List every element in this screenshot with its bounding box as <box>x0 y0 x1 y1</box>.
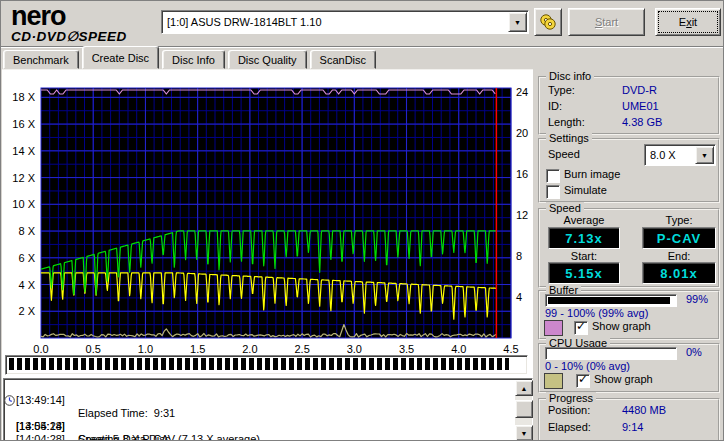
speed-start-label: Start: <box>550 250 618 262</box>
svg-text:0.5: 0.5 <box>86 343 101 355</box>
svg-text:16: 16 <box>516 168 528 180</box>
speed-select-value: 8.0 X <box>645 149 694 161</box>
speed-chart: 18 X16 X14 X12 X10 X8 X6 X4 X2 X24201612… <box>2 72 533 364</box>
svg-text:2 X: 2 X <box>18 305 35 317</box>
buffer-bar-fill <box>548 297 670 304</box>
speed-select[interactable]: 8.0 X ▼ <box>644 144 716 166</box>
svg-text:4: 4 <box>516 291 522 303</box>
buffer-bar <box>545 294 677 307</box>
svg-text:1.5: 1.5 <box>190 343 205 355</box>
svg-text:4.0: 4.0 <box>451 343 466 355</box>
tab-benchmark[interactable]: Benchmark <box>3 50 79 69</box>
cpu-bar <box>545 347 677 360</box>
exit-button-label: Exit <box>679 16 697 28</box>
svg-text:16 X: 16 X <box>12 118 35 130</box>
log-scrollbar[interactable]: ▲ ▼ <box>515 380 531 441</box>
disc-length-value: 4.38 GB <box>622 116 662 128</box>
cpu-range-text: 0 - 10% (0% avg) <box>545 360 630 372</box>
speed-end-value: 8.01x <box>642 262 716 284</box>
svg-text:8: 8 <box>516 250 522 262</box>
tab-disc-quality[interactable]: Disc Quality <box>228 50 307 69</box>
buffer-color-swatch <box>544 320 563 336</box>
log-listbox[interactable]: [13:49:14] Elapsed Time: 9:31 [13:55:14]… <box>3 378 533 441</box>
settings-title: Settings <box>546 132 592 144</box>
eject-disc-button[interactable] <box>534 8 562 36</box>
log-row: [13:55:14] Creating Data Disc <box>4 394 514 407</box>
settings-group: Settings Speed 8.0 X ▼ ✓ Burn image ✓ Si… <box>538 138 720 203</box>
svg-text:2.5: 2.5 <box>294 343 309 355</box>
speed-select-label: Speed <box>548 148 580 160</box>
write-progress-bar <box>5 355 528 375</box>
speed-type-value: P-CAV <box>642 227 716 249</box>
buffer-group: Buffer 99% 99 - 100% (99% avg) ✓ Show gr… <box>538 290 720 340</box>
arrow-down-icon: ▼ <box>521 430 528 437</box>
disc-length-label: Length: <box>548 116 585 128</box>
drive-select-value: [1:0] ASUS DRW-1814BLT 1.10 <box>162 16 507 28</box>
toolbar: nero CD·DVD∅SPEED [1:0] ASUS DRW-1814BLT… <box>1 1 724 47</box>
cpu-percent: 0% <box>686 346 702 358</box>
svg-text:12 X: 12 X <box>12 172 35 184</box>
svg-text:0.0: 0.0 <box>33 343 48 355</box>
tab-strip: Benchmark Create Disc Disc Info Disc Qua… <box>3 47 723 69</box>
simulate-label: Simulate <box>564 184 607 197</box>
speed-average-value: 7.13x <box>548 227 620 249</box>
svg-text:4 X: 4 X <box>18 279 35 291</box>
scroll-down-button[interactable]: ▼ <box>515 425 533 441</box>
progress-title: Progress <box>546 392 596 404</box>
tab-create-disc[interactable]: Create Disc <box>82 46 159 69</box>
position-label: Position: <box>548 404 590 416</box>
disc-id-label: ID: <box>548 100 562 112</box>
svg-text:1.0: 1.0 <box>138 343 153 355</box>
cd-dvd-speed-logo-text: CD·DVD∅SPEED <box>11 28 127 44</box>
progress-group: Progress Position: 4480 MB Elapsed: 9:14 <box>538 398 720 441</box>
exit-button[interactable]: Exit <box>655 8 721 36</box>
drive-select[interactable]: [1:0] ASUS DRW-1814BLT 1.10 ▼ <box>161 10 529 34</box>
tab-disc-info[interactable]: Disc Info <box>162 50 225 69</box>
buffer-show-graph-checkbox[interactable]: ✓ <box>574 321 588 335</box>
burn-image-label: Burn image <box>564 168 620 181</box>
speed-start-value: 5.15x <box>548 262 620 284</box>
svg-text:8 X: 8 X <box>18 225 35 237</box>
svg-text:3.5: 3.5 <box>399 343 414 355</box>
scrollbar-thumb[interactable] <box>515 400 533 418</box>
elapsed-label: Elapsed: <box>548 421 591 433</box>
disc-info-group: Disc info Type: DVD-R ID: UME01 Length: … <box>538 76 720 135</box>
nero-cd-dvd-speed-window: nero CD·DVD∅SPEED [1:0] ASUS DRW-1814BLT… <box>0 0 724 441</box>
write-progress-fill <box>9 358 509 370</box>
svg-text:14 X: 14 X <box>12 145 35 157</box>
speed-group: Speed Average Type: 7.13x P-CAV Start: E… <box>538 208 720 288</box>
cpu-color-swatch <box>544 373 563 389</box>
chevron-down-icon[interactable]: ▼ <box>508 12 527 32</box>
buffer-show-graph-label: Show graph <box>592 320 651 333</box>
start-button-label: Start <box>595 16 618 28</box>
discs-icon <box>539 13 557 31</box>
create-disc-panel: 18 X16 X14 X12 X10 X8 X6 X4 X2 X24201612… <box>2 69 533 441</box>
svg-text:20: 20 <box>516 127 528 139</box>
burn-image-checkbox[interactable]: ✓ <box>546 169 560 183</box>
buffer-percent: 99% <box>686 293 708 305</box>
scroll-up-button[interactable]: ▲ <box>515 380 533 396</box>
arrow-up-icon: ▲ <box>521 385 528 392</box>
tab-scandisc[interactable]: ScanDisc <box>310 50 376 69</box>
speed-end-label: End: <box>642 250 716 262</box>
svg-text:12: 12 <box>516 209 528 221</box>
simulate-checkbox[interactable]: ✓ <box>546 185 560 199</box>
disc-type-value: DVD-R <box>622 84 657 96</box>
cpu-show-graph-checkbox[interactable]: ✓ <box>576 374 590 388</box>
svg-text:4.5: 4.5 <box>503 343 518 355</box>
chevron-down-icon[interactable]: ▼ <box>695 146 714 164</box>
cpu-show-graph-label: Show graph <box>594 373 653 386</box>
start-button[interactable]: Start <box>568 8 645 36</box>
disc-type-label: Type: <box>548 84 575 96</box>
log-row: [13:49:14] Elapsed Time: 9:31 <box>4 381 514 394</box>
nero-logo: nero CD·DVD∅SPEED <box>11 4 127 44</box>
svg-text:24: 24 <box>516 86 528 98</box>
svg-text:10 X: 10 X <box>12 198 35 210</box>
speed-average-label: Average <box>550 214 618 226</box>
clock-icon <box>4 395 15 406</box>
svg-text:18 X: 18 X <box>12 91 35 103</box>
speed-type-label: Type: <box>642 214 716 226</box>
log-row: [14:04:28] Speed:5-8 X P-CAV (7.13 X ave… <box>4 407 514 420</box>
cpu-usage-group: CPU Usage 0% 0 - 10% (0% avg) ✓ Show gra… <box>538 343 720 393</box>
svg-text:3.0: 3.0 <box>347 343 362 355</box>
